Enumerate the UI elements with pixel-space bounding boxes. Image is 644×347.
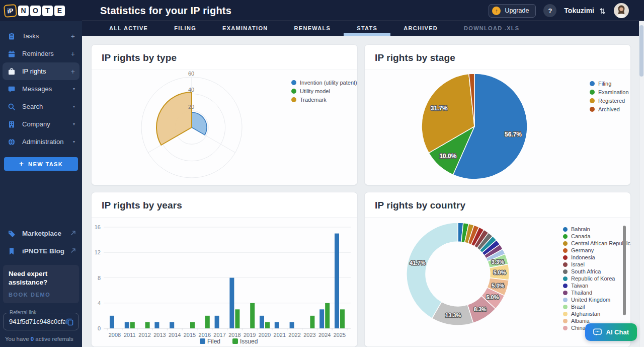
svg-text:12: 12 [95, 249, 101, 255]
tab-renewals[interactable]: RENEWALS [281, 21, 344, 36]
legend-label: Afghanistan [571, 311, 600, 317]
logo-letter-tile: E [54, 6, 65, 16]
svg-text:2025: 2025 [334, 332, 346, 338]
svg-text:2024: 2024 [318, 332, 331, 338]
legend-label: South Africa [571, 268, 601, 274]
svg-text:2014: 2014 [169, 332, 181, 338]
legend-item-brazil[interactable]: Brazil [563, 303, 630, 310]
legend-label: Central African Republic [571, 240, 630, 246]
svg-text:2013: 2013 [153, 332, 166, 338]
legend-item-archived[interactable]: Archived [590, 106, 629, 112]
logo-letters: NOTE [18, 6, 65, 16]
chevron-down-icon[interactable]: ▾ [73, 140, 75, 144]
stats-content: IP rights by type 204060 Invention (util… [82, 36, 644, 347]
svg-text:40: 40 [188, 87, 194, 93]
sort-arrows-icon[interactable] [599, 7, 606, 15]
avatar[interactable] [614, 3, 629, 18]
tab-examination[interactable]: EXAMINATION [209, 21, 281, 36]
legend-item-canada[interactable]: Canada [563, 233, 630, 240]
tab-stats[interactable]: STATS [344, 21, 390, 36]
legend-item-afghanistan[interactable]: Afghanistan [563, 310, 630, 317]
svg-text:3.3%: 3.3% [492, 259, 504, 265]
username[interactable]: Tokuzimi [564, 7, 594, 15]
upgrade-arrow-icon: ↑ [492, 7, 501, 15]
clipboard-icon [8, 32, 16, 40]
svg-text:4: 4 [98, 300, 101, 306]
help-button[interactable]: ? [543, 4, 556, 17]
legend-item-taiwan[interactable]: Taiwan [563, 282, 630, 289]
search-icon [8, 103, 16, 111]
copy-icon[interactable] [65, 317, 74, 326]
legend-item-trademark[interactable]: Trademark [291, 97, 357, 103]
card-header: IP rights by country [365, 192, 630, 217]
plus-icon[interactable]: + [71, 50, 75, 57]
svg-text:41.7%: 41.7% [410, 260, 425, 266]
plus-icon[interactable]: + [71, 68, 75, 75]
legend-item-thailand[interactable]: Thailand [563, 289, 630, 296]
new-task-button[interactable]: + NEW TASK [4, 157, 78, 171]
briefcase-icon [8, 67, 16, 76]
title-row: Statistics for your IP rights ↑ Upgrade … [82, 0, 644, 20]
logo-letter-tile: T [42, 6, 53, 16]
svg-text:2012: 2012 [138, 332, 150, 338]
sidebar-item-ip-rights[interactable]: IP rights+ [3, 62, 79, 80]
legend-item-invention-utility-patent[interactable]: Invention (utility patent) [291, 80, 357, 86]
upgrade-button[interactable]: ↑ Upgrade [489, 4, 536, 18]
legend-label: Archived [598, 106, 620, 112]
legend-item-registered[interactable]: Registered [590, 98, 629, 104]
ipnote-logo[interactable]: iP NOTE [0, 0, 82, 21]
legend-label: Taiwan [571, 283, 588, 289]
ai-chat-button[interactable]: AI Chat [585, 323, 637, 341]
page-scrollbar[interactable] [639, 21, 644, 347]
legend-label: Utility model [300, 88, 330, 94]
legend-item-germany[interactable]: Germany [563, 247, 630, 254]
plus-icon[interactable]: + [71, 33, 75, 40]
main-column: Statistics for your IP rights ↑ Upgrade … [82, 0, 644, 347]
sidebar-link-ipnote-blog[interactable]: iPNOTE Blog [0, 242, 82, 260]
legend-label: Thailand [571, 290, 592, 296]
card-title: IP rights by stage [375, 52, 620, 63]
tab-all-active[interactable]: ALL ACTIVE [96, 21, 161, 36]
tab-filing[interactable]: FILING [161, 21, 209, 36]
chevron-down-icon[interactable]: ▾ [73, 105, 75, 109]
svg-text:60: 60 [188, 71, 194, 77]
sidebar-item-company[interactable]: Company▾ [3, 115, 79, 133]
sidebar-item-search[interactable]: Search▾ [3, 98, 79, 115]
legend-item-bahrain[interactable]: Bahrain [563, 226, 630, 233]
book-demo-card: Need expert assistance? BOOK DEMO [3, 265, 79, 303]
svg-text:13.3%: 13.3% [445, 312, 461, 318]
legend-item-south-africa[interactable]: South Africa [563, 268, 630, 275]
legend-item-filing[interactable]: Filing [590, 81, 629, 87]
legend-item-republic-of-korea[interactable]: Republic of Korea [563, 275, 630, 282]
legend-label: Bahrain [571, 226, 590, 232]
legend-item-united-kingdom[interactable]: United Kingdom [563, 296, 630, 303]
referral-field[interactable]: Referral link 941f5d71c948c0cfa [3, 313, 79, 330]
page-scrollbar-thumb[interactable] [639, 25, 643, 77]
chevron-down-icon[interactable]: ▾ [73, 87, 75, 91]
tab-archived[interactable]: ARCHIVED [390, 21, 451, 36]
stage-legend: Filing Examination Registered Archived [590, 81, 629, 112]
tab-download-xls[interactable]: DOWNLOAD .XLS [451, 21, 532, 36]
legend-item-indonesia[interactable]: Indonesia [563, 254, 630, 261]
referral-value: 941f5d71c948c0cfa [9, 318, 65, 325]
sidebar-item-messages[interactable]: Messages▾ [3, 80, 79, 98]
globe-icon [8, 138, 16, 146]
sidebar-item-tasks[interactable]: Tasks+ [3, 27, 79, 45]
legend-item-examination[interactable]: Examination [590, 89, 629, 95]
legend-dot [291, 97, 296, 102]
legend-label: Israel [571, 261, 585, 267]
book-demo-link[interactable]: BOOK DEMO [9, 292, 73, 298]
legend-item-israel[interactable]: Israel [563, 261, 630, 268]
legend-dot [291, 89, 296, 94]
sidebar-item-reminders[interactable]: Reminders+ [3, 45, 79, 62]
legend-scrollbar[interactable] [623, 226, 626, 315]
svg-text:0: 0 [98, 325, 101, 331]
chevron-down-icon[interactable]: ▾ [73, 122, 75, 126]
sidebar-link-marketplace[interactable]: Marketplace [0, 225, 82, 242]
legend-item-central-african-republic[interactable]: Central African Republic [563, 240, 630, 247]
card-ip-rights-by-type: IP rights by type 204060 Invention (util… [91, 44, 358, 185]
legend-dot [563, 319, 568, 323]
sidebar-item-administration[interactable]: Administration▾ [3, 133, 79, 151]
legend-item-utility-model[interactable]: Utility model [291, 88, 357, 94]
chat-icon [8, 85, 16, 93]
